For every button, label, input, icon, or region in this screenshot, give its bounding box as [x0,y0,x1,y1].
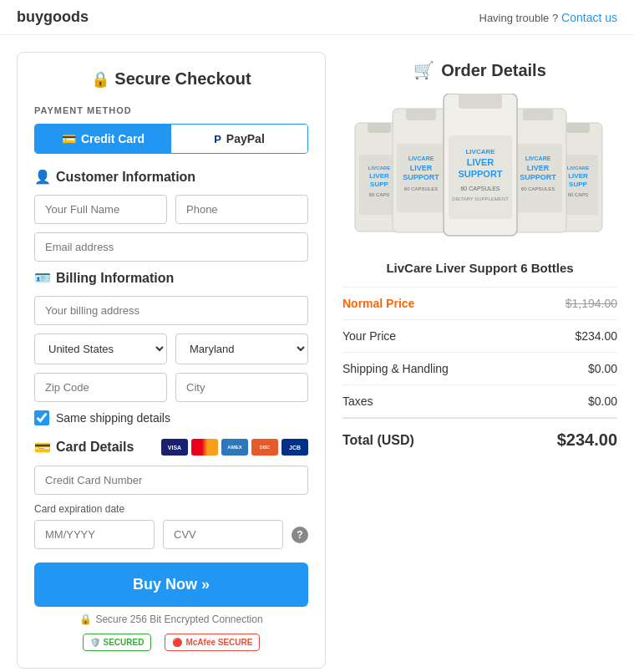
lock-small-icon: 🔒 [79,613,92,625]
payment-tabs: 💳 Credit Card P PayPal [34,124,308,154]
billing-info-title: 🪪 Billing Information [34,270,308,286]
price-table: Normal Price $1,194.00 Your Price $234.0… [342,287,617,418]
svg-text:DIETARY SUPPLEMENT: DIETARY SUPPLEMENT [452,196,509,201]
order-details-panel: 🛒 Order Details LIVCARE LIVER SUPP 60 CA… [342,52,617,669]
normal-price-row: Normal Price $1,194.00 [342,288,617,320]
card-details-icon: 💳 [34,440,51,456]
country-select[interactable]: United States [34,333,167,364]
svg-text:LIVCARE: LIVCARE [525,155,550,161]
lock-icon: 🔒 [91,70,109,89]
svg-text:LIVER: LIVER [568,172,588,180]
order-details-title: 🛒 Order Details [342,60,617,80]
main-content: 🔒 Secure Checkout PAYMENT METHOD 💳 Credi… [0,35,634,672]
svg-text:LIVCARE: LIVCARE [368,165,389,171]
svg-text:60 CAPSULES: 60 CAPSULES [520,186,554,191]
same-shipping-row: Same shipping details [34,410,308,425]
svg-text:SUPPORT: SUPPORT [520,173,556,181]
zip-city-row [34,373,308,402]
address-input[interactable] [34,296,308,325]
card-number-row [34,466,308,495]
your-price-label: Your Price [342,329,396,343]
secured-badge: 🛡️ SECURED [83,634,152,651]
svg-text:SUPPORT: SUPPORT [403,173,439,181]
normal-price-label: Normal Price [342,297,414,310]
total-row: Total (USD) $234.00 [342,419,617,461]
paypal-icon: P [214,133,221,145]
mcafee-icon: 🔴 [172,638,182,647]
svg-rect-22 [523,109,553,120]
visa-icon: VISA [161,439,188,456]
expiry-label: Card expiration date [34,503,308,515]
svg-text:LIVER: LIVER [369,172,389,180]
phone-input[interactable] [175,195,308,224]
svg-rect-8 [566,123,590,133]
normal-price-value: $1,194.00 [566,297,617,310]
svg-text:SUPP: SUPP [569,181,587,188]
svg-text:SUPP: SUPP [370,181,388,188]
customer-info-title: 👤 Customer Information [34,169,308,185]
credit-card-icon: 💳 [62,132,76,145]
expiry-cvv-row: ? [34,520,308,549]
name-phone-row [34,195,308,224]
billing-icon: 🪪 [34,270,51,286]
checkout-title: 🔒 Secure Checkout [34,69,308,89]
expiry-input[interactable] [34,520,155,549]
secure-note: 🔒 Secure 256 Bit Encrypted Connection [34,613,308,625]
cart-icon: 🛒 [413,60,434,80]
your-price-value: $234.00 [575,329,617,343]
svg-text:LIVER: LIVER [466,157,493,167]
zip-input[interactable] [34,373,167,402]
amex-icon: AMEX [221,439,248,456]
credit-card-tab[interactable]: 💳 Credit Card [35,125,171,153]
svg-text:LIVCARE: LIVCARE [465,148,495,155]
card-details-header: 💳 Card Details VISA AMEX DISC JCB [34,439,308,456]
card-icons: VISA AMEX DISC JCB [161,439,308,456]
discover-icon: DISC [251,439,278,456]
svg-text:60 CAPS: 60 CAPS [368,192,389,197]
paypal-tab[interactable]: P PayPal [171,125,307,153]
cvv-input[interactable] [163,520,283,549]
country-state-row: United States Maryland [34,333,308,364]
payment-method-label: PAYMENT METHOD [34,105,308,115]
full-name-input[interactable] [34,195,167,224]
svg-rect-29 [459,94,502,109]
contact-link[interactable]: Contact us [561,11,617,24]
mastercard-icon [191,439,218,456]
svg-text:60 CAPSULES: 60 CAPSULES [460,186,500,191]
customer-icon: 👤 [34,169,51,185]
shipping-value: $0.00 [588,362,617,375]
contact-area: Having trouble ? Contact us [479,11,618,24]
total-value: $234.00 [557,430,617,450]
email-input[interactable] [34,232,308,262]
svg-text:SUPPORT: SUPPORT [458,169,502,179]
product-bottles-svg: LIVCARE LIVER SUPP 60 CAPS LIVCARE LIVER… [347,94,614,248]
same-shipping-checkbox[interactable] [34,410,49,425]
buy-now-button[interactable]: Buy Now » [34,563,308,607]
card-details-title: 💳 Card Details [34,440,134,456]
same-shipping-label: Same shipping details [56,411,170,425]
product-image: LIVCARE LIVER SUPP 60 CAPS LIVCARE LIVER… [342,94,617,251]
svg-rect-1 [368,123,391,133]
logo: buygoods [17,8,89,26]
product-name: LivCare Liver Support 6 Bottles [342,261,617,275]
email-row [34,232,308,262]
cvv-help-icon[interactable]: ? [292,527,308,543]
svg-text:LIVCARE: LIVCARE [408,155,434,161]
jcb-icon: JCB [281,439,308,456]
total-label: Total (USD) [342,433,414,448]
svg-rect-15 [406,109,436,120]
state-select[interactable]: Maryland [175,333,308,364]
mcafee-badge: 🔴 McAfee SECURE [165,634,260,651]
your-price-row: Your Price $234.00 [342,320,617,353]
svg-text:LIVER: LIVER [526,164,549,172]
svg-text:LIVER: LIVER [409,164,432,172]
shipping-label: Shipping & Handling [342,362,449,375]
taxes-label: Taxes [342,395,373,408]
badge-row: 🛡️ SECURED 🔴 McAfee SECURE [34,634,308,651]
taxes-row: Taxes $0.00 [342,385,617,418]
card-number-input[interactable] [34,466,308,495]
city-input[interactable] [175,373,308,402]
address-row [34,296,308,325]
svg-text:60 CAPSULES: 60 CAPSULES [403,186,437,191]
taxes-value: $0.00 [588,395,617,408]
